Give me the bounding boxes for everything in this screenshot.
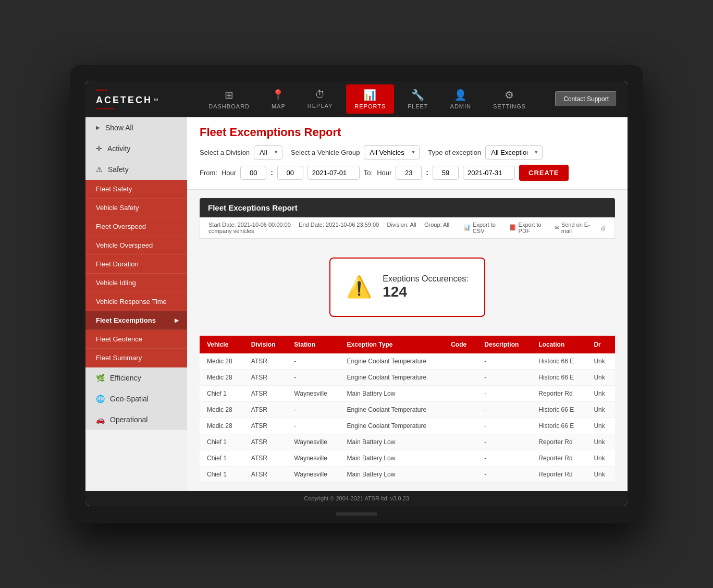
nav-item-dashboard[interactable]: ⊞ DASHBOARD <box>200 84 258 114</box>
exception-type-select-wrapper: All Exceptions <box>485 145 543 160</box>
cell-station: Waynesville <box>287 434 339 450</box>
footer-bar: Copyright © 2004-2021 ATSR ltd. v3.0.23 <box>85 491 628 506</box>
division-meta: Division: All <box>387 222 416 228</box>
csv-icon: 📊 <box>463 224 471 231</box>
sidebar-geo-spatial-label: Geo-Spatial <box>110 395 149 403</box>
cell-location: Reporter Rd <box>531 434 586 450</box>
cell-station: - <box>287 369 339 385</box>
operational-icon: 🚗 <box>96 415 105 424</box>
export-csv-button[interactable]: 📊 Export to CSV <box>463 222 503 234</box>
replay-icon: ⏱ <box>315 89 326 101</box>
sidebar-item-show-all[interactable]: ▶ Show All <box>85 117 187 138</box>
export-pdf-label: Export to PDF <box>519 222 548 234</box>
to-minute-input[interactable]: 59 <box>433 166 459 180</box>
sidebar-item-vehicle-safety[interactable]: Vehicle Safety <box>85 199 187 217</box>
cell-description: - <box>477 353 531 370</box>
exception-type-select[interactable]: All Exceptions <box>485 145 543 160</box>
from-label: From: <box>200 169 217 177</box>
nav-item-admin[interactable]: 👤 ADMIN <box>442 84 480 114</box>
sidebar-item-vehicle-idling[interactable]: Vehicle Idling <box>85 274 187 292</box>
end-date-meta: End Date: 2021-10-06 23:59:00 <box>299 222 379 228</box>
nav-item-fleet[interactable]: 🔧 FLEET <box>399 84 436 114</box>
reports-label: REPORTS <box>354 103 386 109</box>
cell-dr: Unk <box>586 434 615 450</box>
sidebar-item-vehicle-overspeed[interactable]: Vehicle Overspeed <box>85 236 187 255</box>
logo-area: ●●●● ACETECH ™ ●●●●●●●●●● <box>96 88 158 110</box>
cell-division: ATSR <box>244 353 287 370</box>
cell-location: Reporter Rd <box>531 450 586 466</box>
cell-dr: Unk <box>586 466 615 482</box>
send-email-button[interactable]: ✉ Send on E-mail <box>555 222 594 234</box>
cell-division: ATSR <box>244 369 287 385</box>
sidebar-item-activity[interactable]: ✛ Activity <box>85 138 187 159</box>
report-meta-info: Start Date: 2021-10-06 00:00:00 End Date… <box>208 222 463 234</box>
exception-info: Exeptions Occurences: 124 <box>383 274 469 300</box>
sidebar-item-efficiency[interactable]: 🌿 Efficiency <box>85 368 187 388</box>
sidebar-item-operational[interactable]: 🚗 Operational <box>85 409 187 430</box>
laptop-base <box>85 510 628 518</box>
cell-description: - <box>477 401 531 418</box>
sidebar-item-fleet-duration[interactable]: Fleet Duration <box>85 255 187 274</box>
vehicle-group-select[interactable]: All Vehicles <box>364 145 420 160</box>
top-nav: ●●●● ACETECH ™ ●●●●●●●●●● ⊞ DASHBOARD <box>85 81 628 117</box>
nav-item-reports[interactable]: 📊 REPORTS <box>346 84 394 114</box>
cell-dr: Unk <box>586 353 615 370</box>
col-description: Description <box>477 336 531 353</box>
to-label: To: <box>364 169 373 177</box>
admin-icon: 👤 <box>454 89 468 101</box>
create-button[interactable]: CREATE <box>519 165 568 181</box>
cell-code <box>444 450 477 466</box>
col-station: Station <box>287 336 339 353</box>
cell-code <box>444 385 477 401</box>
cell-location: Reporter Rd <box>531 385 586 401</box>
table-row: Medic 28 ATSR - Engine Coolant Temperatu… <box>200 369 615 385</box>
division-label: Select a Division <box>200 149 250 156</box>
report-section-title: Fleet Exceptions Report <box>200 198 615 217</box>
sidebar-item-safety[interactable]: ⚠ Safety <box>85 159 187 180</box>
cell-division: ATSR <box>244 418 287 434</box>
cell-code <box>444 353 477 370</box>
table-row: Chief 1 ATSR Waynesville Main Battery Lo… <box>200 385 615 401</box>
col-dr: Dr <box>586 336 615 353</box>
cell-station: - <box>287 418 339 434</box>
nav-item-settings[interactable]: ⚙ SETTINGS <box>485 84 534 114</box>
from-minute-input[interactable]: 00 <box>277 166 303 180</box>
print-button[interactable]: 🖨 <box>600 225 606 231</box>
sidebar-efficiency-label: Efficiency <box>110 374 141 382</box>
sidebar-item-fleet-geofence[interactable]: Fleet Geofence <box>85 330 187 349</box>
report-meta: Start Date: 2021-10-06 00:00:00 End Date… <box>200 217 615 239</box>
nav-item-map[interactable]: 📍 MAP <box>263 84 294 114</box>
division-select[interactable]: All <box>254 145 282 160</box>
replay-label: REPLAY <box>308 103 333 109</box>
cell-exception-type: Main Battery Low <box>340 385 444 401</box>
report-header: Fleet Excemptions Report Select a Divisi… <box>187 117 628 190</box>
cell-exception-type: Engine Coolant Temperature <box>340 353 444 370</box>
from-colon: : <box>271 168 273 177</box>
settings-label: SETTINGS <box>493 103 526 109</box>
sidebar-item-fleet-overspeed[interactable]: Fleet Overspeed <box>85 217 187 236</box>
sidebar-item-fleet-safety[interactable]: Fleet Safety <box>85 180 187 199</box>
contact-support-button[interactable]: Contact Support <box>555 91 617 107</box>
reports-icon: 📊 <box>363 89 377 101</box>
cell-dr: Unk <box>586 385 615 401</box>
sidebar-item-fleet-summary[interactable]: Fleet Summary <box>85 349 187 368</box>
from-date-input[interactable]: 2021-07-01 <box>308 166 360 180</box>
export-pdf-button[interactable]: 📕 Export to PDF <box>509 222 548 234</box>
to-colon: : <box>426 168 428 177</box>
fleet-label: FLEET <box>408 103 428 109</box>
table-row: Chief 1 ATSR Waynesville Main Battery Lo… <box>200 466 615 482</box>
cell-code <box>444 434 477 450</box>
vehicle-group-select-wrapper: All Vehicles <box>364 145 420 160</box>
cell-exception-type: Engine Coolant Temperature <box>340 401 444 418</box>
sidebar-item-vehicle-response-time[interactable]: Vehicle Response Time <box>85 292 187 311</box>
cell-location: Historic 66 E <box>531 401 586 418</box>
sidebar-item-fleet-exceptions[interactable]: Fleet Excemptions <box>85 311 187 330</box>
to-hour-input[interactable]: 23 <box>396 166 422 180</box>
table-row: Medic 28 ATSR - Engine Coolant Temperatu… <box>200 353 615 370</box>
nav-item-replay[interactable]: ⏱ REPLAY <box>299 84 341 113</box>
sidebar-safety-label: Safety <box>108 165 129 174</box>
from-hour-input[interactable]: 00 <box>240 166 266 180</box>
sidebar-item-geo-spatial[interactable]: 🌐 Geo-Spatial <box>85 388 187 409</box>
to-date-input[interactable]: 2021-07-31 <box>463 166 515 180</box>
footer-text: Copyright © 2004-2021 ATSR ltd. v3.0.23 <box>304 495 409 501</box>
